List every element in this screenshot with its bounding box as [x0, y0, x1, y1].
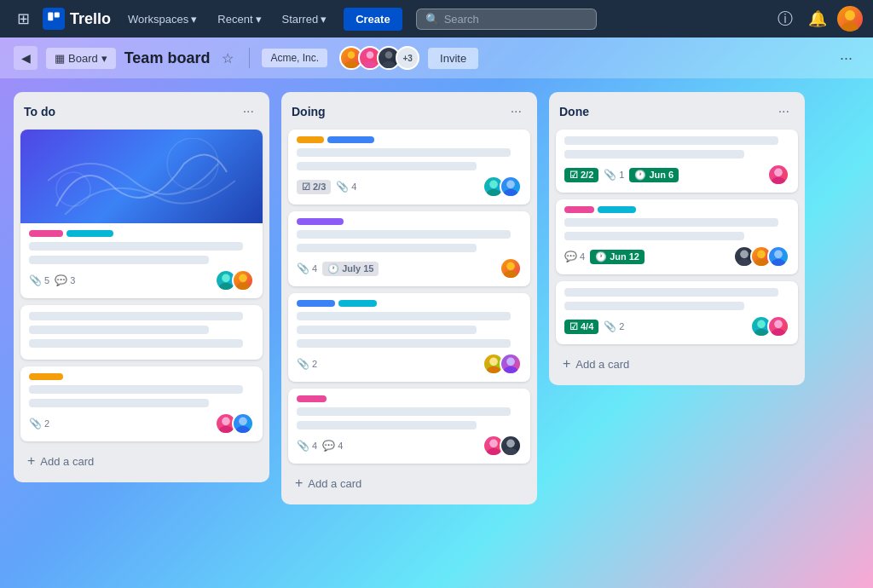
card-text-line — [564, 302, 744, 310]
chevron-down-icon: ▾ — [101, 52, 107, 65]
search-box[interactable]: 🔍 — [416, 9, 597, 30]
card[interactable]: 💬4🕐Jun 12 — [556, 199, 798, 274]
svg-point-13 — [219, 283, 234, 290]
board-view-button[interactable]: ▦ Board ▾ — [46, 48, 116, 69]
comment-number: 4 — [338, 441, 343, 451]
card-footer: 📎2 — [29, 412, 254, 435]
card[interactable] — [20, 305, 263, 360]
column-header: To do··· — [20, 101, 263, 123]
card-footer: ☑2/2📎1🕐Jun 6 — [564, 164, 789, 186]
column-title: Doing — [292, 105, 326, 118]
attachment-icon: 📎 — [297, 440, 309, 452]
divider — [249, 48, 250, 68]
trello-logo-icon — [43, 8, 65, 30]
search-input[interactable] — [444, 13, 587, 26]
card-labels — [29, 373, 254, 380]
svg-point-45 — [772, 329, 786, 336]
user-avatar[interactable] — [837, 6, 863, 32]
card-avatars — [483, 353, 522, 375]
card[interactable]: ☑2/3📎4 — [288, 130, 530, 205]
card-text-line — [297, 312, 511, 320]
search-icon: 🔍 — [425, 13, 439, 26]
card-text-line — [29, 339, 243, 348]
add-card-button[interactable]: +Add a card — [288, 470, 530, 496]
attachment-number: 2 — [619, 321, 624, 331]
trello-icon — [46, 11, 61, 26]
notifications-button[interactable]: 🔔 — [805, 6, 830, 32]
svg-point-4 — [348, 51, 356, 59]
checklist-icon: ☑ — [302, 182, 310, 193]
card-labels — [297, 395, 522, 402]
info-button[interactable]: ⓘ — [772, 6, 798, 32]
attachment-icon: 📎 — [297, 358, 309, 370]
recent-button[interactable]: Recent ▾ — [211, 9, 268, 29]
add-card-button[interactable]: +Add a card — [20, 448, 263, 474]
board-content: To do··· 📎5💬3 📎2 +Add a cardDoing···☑2/3… — [0, 78, 873, 588]
card[interactable]: 📎2 — [288, 293, 530, 382]
create-button[interactable]: Create — [344, 8, 402, 31]
svg-point-31 — [487, 448, 501, 455]
svg-point-2 — [845, 10, 855, 20]
card-avatars — [483, 435, 522, 457]
card[interactable]: 📎2 — [20, 366, 263, 441]
comment-icon: 💬 — [564, 251, 577, 262]
svg-point-23 — [504, 189, 518, 196]
card-label — [297, 395, 327, 402]
due-date-badge: 🕐July 15 — [322, 262, 379, 276]
checklist-badge: ☑2/3 — [297, 180, 331, 194]
card-text-line — [297, 162, 477, 170]
attachment-number: 4 — [312, 263, 317, 274]
svg-point-29 — [504, 366, 518, 373]
column-done: Done···☑2/2📎1🕐Jun 6 💬4🕐Jun 12 ☑4/4📎2 +Ad… — [549, 92, 805, 385]
card-text-line — [29, 312, 243, 320]
add-card-button[interactable]: +Add a card — [556, 351, 798, 377]
card[interactable]: 📎5💬3 — [20, 130, 263, 298]
svg-point-22 — [506, 181, 515, 189]
column-menu-button[interactable]: ··· — [506, 102, 527, 121]
card-labels — [297, 300, 522, 307]
board-header: ◀ ▦ Board ▾ Team board ☆ Acme, Inc. +3 I… — [0, 37, 873, 78]
card-labels — [564, 206, 789, 213]
svg-point-34 — [774, 169, 783, 177]
trello-logo: Trello — [43, 8, 111, 30]
more-members-badge[interactable]: +3 — [396, 46, 419, 70]
card[interactable]: ☑2/2📎1🕐Jun 6 — [556, 130, 798, 193]
due-date-text: July 15 — [342, 263, 373, 274]
card-label — [338, 300, 377, 307]
card-text-line — [29, 326, 209, 334]
card-avatars — [500, 257, 522, 280]
checklist-icon: ☑ — [569, 321, 578, 332]
card-label — [29, 230, 63, 237]
workspace-badge[interactable]: Acme, Inc. — [262, 49, 327, 67]
sidebar-toggle-button[interactable]: ◀ — [14, 46, 38, 70]
invite-button[interactable]: Invite — [428, 48, 478, 69]
plus-icon: + — [563, 356, 570, 372]
column-menu-button[interactable]: ··· — [238, 102, 259, 121]
card[interactable]: ☑4/4📎2 — [556, 281, 798, 344]
svg-point-27 — [487, 366, 501, 373]
grid-menu-button[interactable]: ⊞ — [10, 6, 36, 32]
card[interactable]: 📎4💬4 — [288, 389, 530, 464]
board-title: Team board — [124, 49, 211, 67]
board-menu-button[interactable]: ··· — [833, 46, 859, 71]
card-labels — [297, 136, 522, 143]
attachment-icon: 📎 — [29, 274, 42, 286]
column-menu-button[interactable]: ··· — [773, 102, 795, 121]
column-header: Done··· — [556, 101, 798, 123]
svg-point-26 — [489, 358, 498, 366]
svg-point-5 — [344, 61, 357, 68]
card-text-line — [564, 288, 778, 297]
workspaces-button[interactable]: Workspaces ▾ — [121, 9, 204, 29]
svg-point-42 — [757, 320, 766, 329]
comment-count: 💬4 — [564, 251, 585, 262]
user-avatar-image — [837, 6, 863, 32]
due-date-badge: 🕐Jun 6 — [629, 168, 679, 182]
card[interactable]: 📎4🕐July 15 — [288, 211, 530, 286]
starred-button[interactable]: Starred ▾ — [275, 9, 334, 29]
card-text-line — [297, 421, 477, 429]
attachment-icon: 📎 — [604, 169, 616, 181]
svg-point-25 — [504, 271, 518, 278]
card-avatar-blue — [500, 176, 522, 198]
star-button[interactable]: ☆ — [218, 47, 237, 70]
svg-point-40 — [774, 251, 783, 259]
